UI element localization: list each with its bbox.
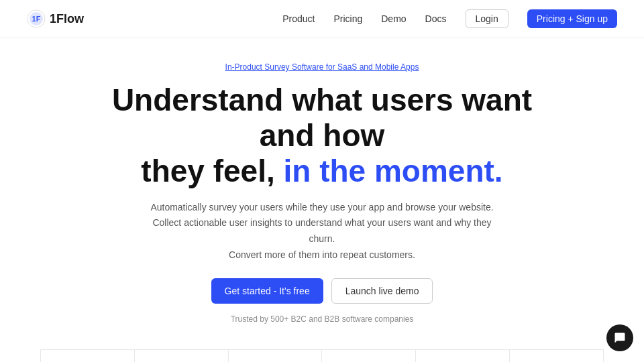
nav-product[interactable]: Product	[282, 13, 315, 24]
hero-badge: In-Product Survey Software for SaaS and …	[27, 62, 617, 72]
logo-accenture: accenture	[40, 349, 135, 362]
hero-buttons: Get started - It's free Launch live demo	[27, 278, 617, 304]
logo[interactable]: 1F 1Flow	[27, 9, 84, 28]
header: 1F 1Flow Product Pricing Demo Docs Login…	[0, 0, 644, 38]
logo-humand: humand	[415, 349, 510, 362]
chat-icon	[614, 332, 626, 344]
logo-commercebear: CommerceBear	[228, 349, 323, 362]
get-started-button[interactable]: Get started - It's free	[211, 278, 323, 304]
hero-section: In-Product Survey Software for SaaS and …	[0, 38, 644, 349]
nav-demo[interactable]: Demo	[381, 13, 406, 24]
hero-title-line1: Understand what users want and how	[112, 82, 532, 153]
hero-subtitle-line3: Convert more of them into repeat custome…	[229, 249, 415, 260]
logo-chatbooks: chatbooks	[134, 349, 229, 362]
logo-icon: 1F	[27, 9, 46, 28]
hero-subtitle: Automatically survey your users while th…	[148, 200, 496, 263]
hero-title-accent: in the moment.	[284, 154, 503, 188]
launch-demo-button[interactable]: Launch live demo	[331, 278, 433, 304]
svg-text:1F: 1F	[32, 15, 41, 23]
hero-subtitle-line2: Collect actionable user insights to unde…	[152, 217, 491, 244]
hero-title-line2-plain: they feel,	[141, 154, 274, 188]
nav-docs[interactable]: Docs	[425, 13, 447, 24]
logo-infina: INFINA	[509, 349, 604, 362]
trust-text: Trusted by 500+ B2C and B2B software com…	[27, 314, 617, 324]
hero-subtitle-line1: Automatically survey your users while th…	[150, 202, 493, 213]
chat-bubble-button[interactable]	[606, 324, 633, 351]
hero-title: Understand what users want and how they …	[80, 82, 564, 189]
nav: Product Pricing Demo Docs Login Pricing …	[282, 9, 617, 28]
logos-row-1: accenture chatbooks CommerceBear haddock…	[40, 349, 604, 362]
logo-rows: accenture chatbooks CommerceBear haddock…	[40, 349, 604, 362]
nav-cta-button[interactable]: Pricing + Sign up	[527, 9, 617, 28]
logo-haddock: haddock	[321, 349, 416, 362]
nav-login[interactable]: Login	[466, 9, 508, 28]
logo-text: 1Flow	[50, 12, 84, 26]
logos-section: accenture chatbooks CommerceBear haddock…	[0, 349, 644, 362]
nav-pricing[interactable]: Pricing	[333, 13, 362, 24]
